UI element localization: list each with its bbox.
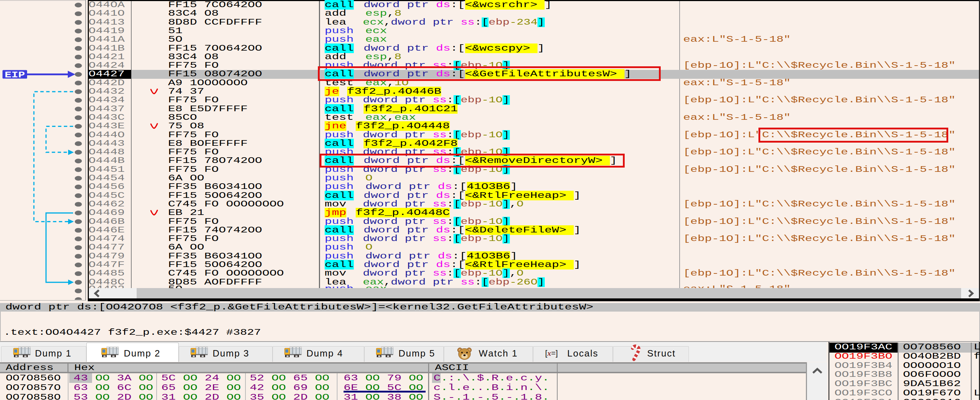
svg-text:EIP: EIP bbox=[5, 70, 25, 80]
